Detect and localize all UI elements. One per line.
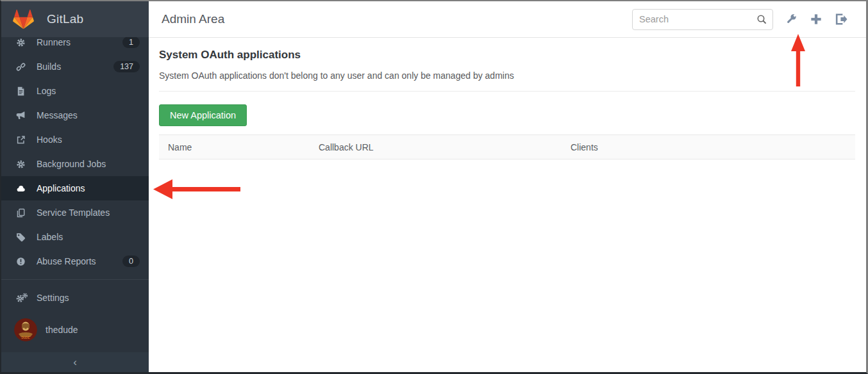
cogs-icon — [16, 293, 28, 303]
cog-icon — [16, 159, 28, 169]
user-avatar: DUDE — [14, 318, 37, 341]
sidebar-item-settings[interactable]: Settings — [1, 286, 149, 310]
sidebar-item-label: Messages — [37, 110, 149, 120]
section-divider — [159, 91, 855, 92]
cog-icon — [16, 38, 28, 47]
sign-out-icon[interactable] — [834, 12, 848, 26]
applications-table: Name Callback URL Clients — [159, 134, 855, 159]
admin-nav: Runners 1 Builds 137 Logs Me — [1, 30, 149, 345]
page-title: Admin Area — [162, 12, 224, 26]
sidebar-item-label: Builds — [37, 61, 113, 72]
sidebar-item-service-templates[interactable]: Service Templates — [1, 200, 149, 225]
svg-text:DUDE: DUDE — [21, 336, 29, 339]
sidebar-item-abuse-reports[interactable]: Abuse Reports 0 — [1, 249, 149, 273]
table-header-row: Name Callback URL Clients — [159, 135, 855, 159]
count-badge: 1 — [122, 37, 140, 49]
sidebar-item-label: Runners — [37, 37, 122, 47]
external-link-icon — [16, 135, 28, 145]
main-area: Admin Area System — [149, 1, 866, 372]
sidebar-item-label: Applications — [37, 183, 149, 193]
search-box — [632, 9, 773, 30]
sidebar-item-messages[interactable]: Messages — [1, 103, 149, 127]
chevron-left-icon: ‹ — [73, 356, 77, 369]
sidebar-user-profile[interactable]: DUDE thedude — [1, 315, 149, 345]
top-header: Admin Area — [149, 1, 866, 38]
sidebar-item-label: Background Jobs — [37, 159, 149, 169]
gitlab-admin-window: GitLab Runners 1 Builds 137 — [0, 0, 868, 374]
sidebar-item-builds[interactable]: Builds 137 — [1, 54, 149, 79]
section-description: System OAuth applications don't belong t… — [159, 70, 855, 81]
sidebar-item-labels[interactable]: Labels — [1, 225, 149, 249]
sidebar-logo-header[interactable]: GitLab — [1, 1, 149, 37]
gitlab-tanuki-logo-icon — [12, 9, 35, 30]
admin-wrench-icon[interactable] — [784, 12, 798, 26]
column-header-clients: Clients — [562, 135, 855, 159]
warning-icon — [16, 257, 28, 266]
count-badge: 137 — [113, 61, 140, 73]
sidebar-collapse-toggle[interactable]: ‹ — [1, 352, 149, 372]
new-application-button[interactable]: New Application — [159, 104, 247, 126]
sidebar-item-background-jobs[interactable]: Background Jobs — [1, 152, 149, 176]
column-header-callback-url: Callback URL — [310, 135, 562, 159]
copy-icon — [16, 208, 28, 218]
bullhorn-icon — [16, 111, 28, 120]
sidebar-item-label: Labels — [37, 232, 149, 242]
file-icon — [16, 86, 28, 96]
header-controls — [632, 9, 848, 30]
sidebar-item-label: Abuse Reports — [37, 256, 122, 266]
section-heading: System OAuth applications — [159, 49, 855, 61]
oauth-applications-panel: System OAuth applications System OAuth a… — [149, 38, 866, 159]
column-header-name: Name — [159, 135, 310, 159]
gitlab-logo-text: GitLab — [47, 12, 83, 26]
sidebar-item-label: Hooks — [37, 134, 149, 145]
sidebar-item-logs[interactable]: Logs — [1, 79, 149, 103]
sidebar-item-label: Settings — [37, 293, 149, 303]
chain-icon — [16, 62, 28, 72]
count-badge: 0 — [122, 256, 140, 268]
sidebar-item-label: Logs — [37, 86, 149, 96]
sidebar-divider — [1, 279, 149, 280]
user-name: thedude — [46, 325, 78, 335]
sidebar-item-hooks[interactable]: Hooks — [1, 127, 149, 152]
plus-icon[interactable] — [809, 12, 823, 26]
cloud-icon — [16, 184, 28, 193]
search-input[interactable] — [632, 9, 773, 30]
sidebar-item-applications[interactable]: Applications — [1, 176, 149, 200]
sidebar-item-label: Service Templates — [37, 207, 149, 218]
sidebar: GitLab Runners 1 Builds 137 — [1, 1, 149, 372]
search-icon — [756, 14, 767, 25]
tag-icon — [16, 232, 28, 242]
